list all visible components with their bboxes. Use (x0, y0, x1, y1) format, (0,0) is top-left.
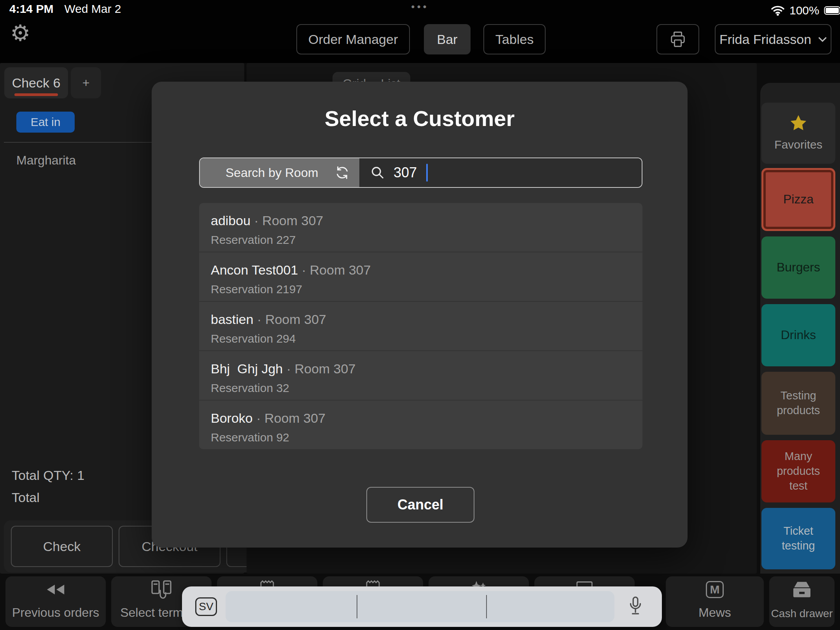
add-check-tab-button[interactable]: + (71, 67, 101, 98)
dot-separator: · (256, 411, 261, 425)
search-value: 307 (394, 164, 417, 181)
keyboard-language-key[interactable]: SV (195, 597, 217, 616)
printer-icon (669, 30, 687, 48)
modal-title: Select a Customer (152, 106, 688, 131)
customer-reservation: Reservation 32 (211, 382, 289, 395)
dot-separator: · (257, 312, 261, 327)
check-tab-label: Check 6 (12, 75, 61, 91)
status-time: 4:14 PM (9, 2, 53, 16)
tile-label: Many products test (767, 449, 830, 493)
cash-drawer-icon (792, 581, 812, 598)
customer-room: Room 307 (264, 411, 326, 425)
customer-result-list: adibou · Room 307 Reservation 227 Ancon … (199, 203, 642, 449)
customer-room: Room 307 (265, 312, 326, 327)
dot-separator: · (302, 262, 306, 277)
favorites-label: Favorites (774, 137, 822, 152)
category-tile-burgers[interactable]: Burgers (761, 236, 835, 299)
keyboard-suggestion-area[interactable] (226, 591, 614, 622)
tile-label: Drinks (781, 327, 816, 343)
pos-app-screen: 4:14 PM Wed Mar 2 ••• 100% ⚙ Order Manag… (0, 0, 840, 630)
mews-label: Mews (698, 606, 731, 620)
battery-icon (824, 6, 840, 15)
category-sidebar: Favorites Pizza Burgers Drinks Testing p… (760, 83, 840, 574)
nav-order-manager-button[interactable]: Order Manager (296, 24, 410, 54)
text-caret (426, 164, 428, 182)
dot-separator: · (254, 213, 259, 228)
total-qty-label: Total QTY: 1 (12, 468, 84, 483)
customer-row[interactable]: Bhj Ghj Jgh · Room 307 Reservation 32 (199, 351, 642, 400)
customer-name: Boroko (211, 411, 253, 425)
customer-reservation: Reservation 92 (211, 431, 289, 444)
customer-row[interactable]: adibou · Room 307 Reservation 227 (199, 203, 642, 252)
customer-search-input[interactable]: 307 (359, 158, 642, 187)
category-tile-testing-products[interactable]: Testing products (761, 372, 835, 435)
customer-name: Ancon Test001 (211, 262, 298, 277)
favorites-tile[interactable]: Favorites (761, 103, 835, 164)
wifi-icon (771, 5, 785, 16)
tile-label: Pizza (783, 191, 814, 208)
refresh-swap-icon (334, 165, 350, 180)
user-menu-button[interactable]: Frida Fridasson (715, 24, 831, 54)
customer-name: adibou (211, 213, 250, 228)
customer-row[interactable]: Boroko · Room 307 Reservation 92 (199, 401, 642, 449)
customer-room: Room 307 (294, 361, 355, 376)
dot-separator: · (287, 361, 291, 376)
status-date: Wed Mar 2 (64, 2, 121, 16)
payment-terminal-icon (150, 579, 172, 600)
mews-button[interactable]: M Mews (666, 576, 764, 627)
suggestion-divider (357, 595, 357, 618)
previous-orders-label: Previous orders (12, 606, 99, 620)
total-label: Total (12, 490, 40, 505)
cash-drawer-label: Cash drawer (771, 607, 833, 620)
customer-room: Room 307 (310, 262, 371, 277)
dictation-mic-icon[interactable] (628, 594, 643, 618)
active-tab-underline (14, 93, 58, 96)
star-icon (789, 114, 808, 132)
status-dots: ••• (404, 1, 436, 13)
tab-check-6[interactable]: Check 6 (4, 67, 68, 98)
select-customer-modal: Select a Customer Search by Room (152, 82, 688, 548)
cancel-button[interactable]: Cancel (366, 487, 474, 523)
keyboard-accessory-bar: SV (182, 586, 662, 627)
customer-row[interactable]: bastien · Room 307 Reservation 294 (199, 302, 642, 350)
customer-reservation: Reservation 227 (211, 233, 296, 247)
settings-gear-icon[interactable]: ⚙ (10, 22, 30, 44)
previous-orders-button[interactable]: Previous orders (5, 576, 106, 627)
customer-name: Bhj Ghj Jgh (211, 361, 283, 376)
chevron-down-icon (818, 37, 827, 42)
tile-label: Burgers (777, 259, 820, 276)
category-tile-ticket-testing[interactable]: Ticket testing (761, 508, 835, 569)
rewind-icon (46, 584, 65, 595)
print-button[interactable] (656, 24, 699, 54)
nav-tables-button[interactable]: Tables (483, 24, 546, 54)
customer-search-bar: Search by Room 307 (199, 158, 642, 188)
category-tile-pizza[interactable]: Pizza (761, 168, 835, 231)
tile-label: Testing products (767, 388, 830, 418)
nav-bar-button[interactable]: Bar (424, 24, 471, 54)
suggestion-divider (486, 595, 487, 618)
search-icon (370, 165, 385, 180)
check-button[interactable]: Check (11, 526, 113, 567)
mews-m-icon: M (706, 581, 724, 598)
customer-name: bastien (211, 312, 254, 327)
customer-reservation: Reservation 2197 (211, 283, 302, 296)
order-type-eat-in-badge[interactable]: Eat in (16, 112, 75, 133)
customer-room: Room 307 (262, 213, 323, 228)
status-bar-right: 100% (771, 4, 840, 17)
search-mode-label: Search by Room (226, 166, 318, 180)
status-bar-left: 4:14 PM Wed Mar 2 (9, 2, 121, 16)
category-tile-drinks[interactable]: Drinks (761, 304, 835, 366)
customer-row[interactable]: Ancon Test001 · Room 307 Reservation 219… (199, 252, 642, 301)
customer-reservation: Reservation 294 (211, 332, 296, 345)
search-mode-selector[interactable]: Search by Room (200, 158, 359, 187)
tile-label: Ticket testing (767, 524, 830, 553)
user-name: Frida Fridasson (719, 32, 811, 47)
cash-drawer-button[interactable]: Cash drawer (769, 576, 835, 627)
check-item-margharita[interactable]: Margharita (16, 153, 76, 168)
battery-percent: 100% (789, 4, 819, 17)
category-tile-many-products-test[interactable]: Many products test (761, 440, 835, 502)
